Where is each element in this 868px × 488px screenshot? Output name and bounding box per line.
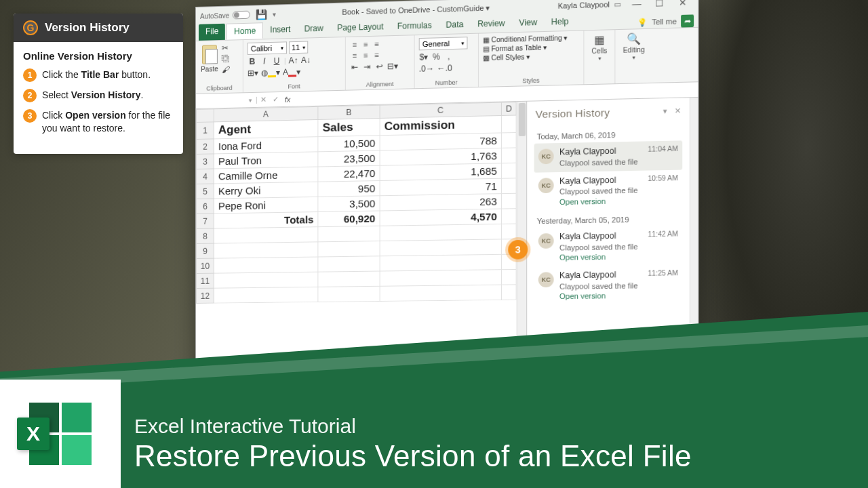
font-name-combo[interactable]: Calibri▾ xyxy=(248,41,287,55)
pane-close-icon[interactable]: ✕ xyxy=(675,106,681,116)
align-top-icon[interactable]: ≡ xyxy=(350,39,359,49)
pane-options-icon[interactable]: ▾ xyxy=(663,106,667,116)
cell-styles-button[interactable]: ▩Cell Styles ▾ xyxy=(483,52,568,62)
open-version-link[interactable]: Open version xyxy=(559,195,678,207)
version-description: Claypool saved the file xyxy=(559,156,678,168)
version-date-heading: Today, March 06, 2019 xyxy=(537,129,682,141)
decrease-font-icon[interactable]: A↓ xyxy=(301,56,311,65)
decrease-decimal-icon[interactable]: ←.0 xyxy=(437,63,452,73)
account-name[interactable]: Kayla Claypool xyxy=(557,0,610,9)
align-bottom-icon[interactable]: ≡ xyxy=(372,39,381,49)
ribbon-tab-view[interactable]: View xyxy=(512,14,544,32)
align-right-icon[interactable]: ≡ xyxy=(372,50,381,60)
maximize-button[interactable]: ☐ xyxy=(648,0,671,9)
formula-input[interactable] xyxy=(294,89,698,99)
fill-color-icon[interactable]: ◍▾ xyxy=(261,68,280,78)
save-icon[interactable]: 💾 xyxy=(256,9,267,20)
row-header[interactable]: 8 xyxy=(196,228,214,243)
conditional-formatting-button[interactable]: ▦Conditional Formatting ▾ xyxy=(483,34,568,44)
ribbon-tab-home[interactable]: Home xyxy=(226,22,263,40)
increase-decimal-icon[interactable]: .0→ xyxy=(419,64,435,74)
ribbon-tab-file[interactable]: File xyxy=(199,24,225,41)
tutorial-step: 3 Click Open version for the file you wa… xyxy=(23,109,174,135)
ribbon-display-icon[interactable]: ▭ xyxy=(614,0,620,9)
version-time: 11:04 AM xyxy=(648,145,678,153)
ribbon-tab-draw[interactable]: Draw xyxy=(297,20,330,38)
enter-formula-icon[interactable]: ✓ xyxy=(269,95,281,104)
merge-center-icon[interactable]: ⊟▾ xyxy=(387,61,398,71)
font-size-combo[interactable]: 11▾ xyxy=(289,41,308,54)
row-header[interactable]: 3 xyxy=(196,154,214,169)
toggle-off-icon[interactable] xyxy=(233,11,250,20)
minimize-button[interactable]: — xyxy=(625,0,648,9)
version-item[interactable]: KC Kayla Claypool Claypool saved the fil… xyxy=(534,265,683,306)
bold-button[interactable]: B xyxy=(248,57,257,66)
excel-logo-panel: X xyxy=(0,380,121,488)
open-version-link[interactable]: Open version xyxy=(559,290,678,302)
align-center-icon[interactable]: ≡ xyxy=(361,50,370,60)
version-date-heading: Yesterday, March 05, 2019 xyxy=(537,215,682,226)
row-header[interactable]: 5 xyxy=(196,184,214,199)
ribbon-tab-insert[interactable]: Insert xyxy=(263,22,297,39)
row-header[interactable]: 11 xyxy=(196,273,214,288)
italic-button[interactable]: I xyxy=(260,56,269,66)
name-box[interactable]: ▾ xyxy=(196,96,257,104)
align-left-icon[interactable]: ≡ xyxy=(350,51,359,61)
ribbon-tab-formulas[interactable]: Formulas xyxy=(391,18,439,35)
tell-me-icon[interactable]: 💡 xyxy=(637,18,648,27)
avatar-icon: KC xyxy=(538,148,554,164)
tutorial-panel: G Version History Online Version History… xyxy=(14,14,183,154)
cut-icon[interactable]: ✂ xyxy=(222,43,230,53)
decrease-indent-icon[interactable]: ⇤ xyxy=(350,62,359,72)
version-item[interactable]: KC Kayla Claypool Claypool saved the fil… xyxy=(534,226,683,267)
spreadsheet-grid[interactable]: ABCD1 Agent Sales Commission 2 Iona Ford… xyxy=(196,102,517,371)
row-header[interactable]: 12 xyxy=(196,288,214,303)
row-header[interactable]: 1 xyxy=(196,122,214,140)
paste-button[interactable]: Paste xyxy=(200,43,219,73)
font-color-icon[interactable]: A▾ xyxy=(283,67,300,77)
borders-icon[interactable]: ⊞▾ xyxy=(248,68,258,78)
excel-window: AutoSave 💾 ▾ Book - Saved to OneDrive - … xyxy=(195,0,699,386)
increase-font-icon[interactable]: A↑ xyxy=(289,56,298,65)
underline-button[interactable]: U xyxy=(272,56,281,66)
ribbon-tab-data[interactable]: Data xyxy=(439,17,471,35)
customguide-logo-icon: G xyxy=(23,20,38,35)
copy-icon[interactable]: ⿻ xyxy=(222,54,230,64)
format-as-table-button[interactable]: ▤Format as Table ▾ xyxy=(483,43,568,52)
tell-me-label[interactable]: Tell me xyxy=(652,17,677,26)
insert-function-button[interactable]: fx xyxy=(281,95,294,103)
accounting-format-icon[interactable]: $▾ xyxy=(419,52,429,62)
autosave-toggle[interactable]: AutoSave xyxy=(200,11,250,20)
percent-format-icon[interactable]: % xyxy=(431,52,441,62)
ribbon-group-cells: ▦ Cells ▾ xyxy=(584,30,615,84)
version-item[interactable]: KC Kayla Claypool Claypool saved the fil… xyxy=(534,140,683,172)
open-version-link[interactable]: Open version xyxy=(559,251,678,262)
number-format-combo[interactable]: General▾ xyxy=(419,37,468,50)
format-painter-icon[interactable]: 🖌 xyxy=(222,65,230,75)
row-header[interactable]: 4 xyxy=(196,169,214,184)
comma-format-icon[interactable]: , xyxy=(444,52,454,62)
ribbon-tab-page-layout[interactable]: Page Layout xyxy=(330,19,391,37)
editing-icon[interactable]: 🔍 xyxy=(627,32,641,45)
cancel-formula-icon[interactable]: ✕ xyxy=(257,95,269,104)
ribbon-group-styles: ▦Conditional Formatting ▾ ▤Format as Tab… xyxy=(479,30,584,87)
version-item[interactable]: KC Kayla Claypool Claypool saved the fil… xyxy=(534,169,683,211)
row-header[interactable]: 9 xyxy=(196,243,214,258)
ribbon-tab-review[interactable]: Review xyxy=(471,16,512,33)
ribbon-tab-help[interactable]: Help xyxy=(544,14,575,31)
increase-indent-icon[interactable]: ⇥ xyxy=(362,62,372,72)
avatar-icon: KC xyxy=(538,178,554,193)
close-button[interactable]: ✕ xyxy=(671,0,694,8)
align-middle-icon[interactable]: ≡ xyxy=(361,39,370,49)
avatar-icon: KC xyxy=(538,233,554,249)
column-header[interactable]: B xyxy=(318,105,380,119)
row-header[interactable]: 6 xyxy=(196,199,214,214)
wrap-text-icon[interactable]: ↩ xyxy=(374,62,384,72)
row-header[interactable]: 7 xyxy=(196,214,214,228)
cells-icon[interactable]: ▦ xyxy=(594,33,605,47)
share-button[interactable]: ➦ xyxy=(681,14,694,27)
scroll-thumb[interactable] xyxy=(519,103,526,136)
row-header[interactable]: 10 xyxy=(196,258,214,273)
row-header[interactable]: 2 xyxy=(196,139,214,155)
column-header[interactable]: D xyxy=(502,102,517,116)
